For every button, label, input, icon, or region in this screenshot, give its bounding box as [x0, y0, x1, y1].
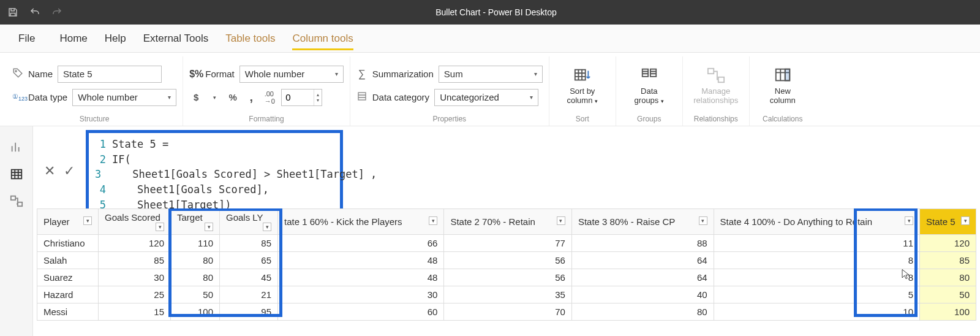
cell[interactable]: 85: [99, 252, 171, 269]
cell[interactable]: 60: [278, 304, 444, 321]
cell[interactable]: 56: [444, 252, 571, 269]
filter-icon[interactable]: ▾: [699, 216, 707, 225]
col-player[interactable]: Player▾: [37, 209, 99, 235]
redo-icon[interactable]: [51, 7, 62, 18]
col-state5[interactable]: State 5▾: [920, 209, 976, 235]
col-state2[interactable]: State 2 70% - Retain▾: [444, 209, 571, 235]
filter-icon[interactable]: ▾: [557, 216, 565, 225]
table-row[interactable]: Messi151009560708010100: [37, 304, 976, 321]
filter-icon[interactable]: ▾: [83, 216, 92, 225]
col-state3[interactable]: State 3 80% - Raise CP▾: [571, 209, 714, 235]
filter-icon[interactable]: ▾: [205, 223, 213, 231]
col-goals-scored[interactable]: Goals Scored▾: [99, 209, 171, 235]
cell[interactable]: 120: [99, 235, 171, 252]
cell[interactable]: 80: [171, 269, 220, 286]
datacategory-select[interactable]: Uncategorized▾: [434, 89, 538, 106]
datatype-select[interactable]: Whole number▾: [72, 89, 176, 106]
thousands-button[interactable]: ,: [244, 91, 258, 104]
cell[interactable]: Messi: [37, 304, 99, 321]
cell[interactable]: 64: [571, 269, 714, 286]
cell[interactable]: 85: [920, 252, 976, 269]
col-state4[interactable]: State 4 100% - Do Anything to Retain▾: [714, 209, 919, 235]
save-icon[interactable]: [7, 7, 18, 18]
percent-button[interactable]: %: [226, 91, 239, 104]
decimals-input[interactable]: [282, 90, 314, 105]
cell[interactable]: 100: [920, 304, 976, 321]
cell[interactable]: 88: [571, 235, 714, 252]
report-view-icon[interactable]: [9, 140, 24, 155]
cell[interactable]: Christiano: [37, 235, 99, 252]
data-view-icon[interactable]: [9, 167, 24, 181]
cell[interactable]: 70: [444, 304, 571, 321]
cell[interactable]: 77: [444, 235, 571, 252]
col-target[interactable]: Target▾: [171, 209, 220, 235]
col-goals-ly[interactable]: Goals LY▾: [220, 209, 278, 235]
tab-table-tools[interactable]: Table tools: [225, 28, 275, 50]
table-row[interactable]: Salah858065485664885: [37, 252, 976, 269]
cell[interactable]: 11: [714, 235, 919, 252]
table-row[interactable]: Christiano1201108566778811120: [37, 235, 976, 252]
svg-rect-5: [708, 68, 714, 73]
currency-chevron-icon[interactable]: ▾: [208, 91, 221, 104]
cell[interactable]: Hazard: [37, 286, 99, 304]
filter-icon[interactable]: ▾: [905, 216, 913, 225]
data-grid[interactable]: Player▾ Goals Scored▾ Target▾ Goals LY▾ …: [37, 208, 976, 321]
cell[interactable]: 85: [220, 235, 278, 252]
cell[interactable]: 48: [278, 252, 444, 269]
formula-cancel-button[interactable]: ✕: [44, 163, 55, 179]
currency-button[interactable]: $: [189, 91, 203, 104]
group-sort: Sort bycolumn ▾ Sort: [549, 56, 616, 126]
cell[interactable]: 50: [920, 286, 976, 304]
cell[interactable]: 30: [99, 269, 171, 286]
cell[interactable]: 15: [99, 304, 171, 321]
summarization-select[interactable]: Sum▾: [439, 66, 543, 83]
cell[interactable]: 8: [714, 269, 919, 286]
cell[interactable]: 66: [278, 235, 444, 252]
cell[interactable]: Salah: [37, 252, 99, 269]
cell[interactable]: 56: [444, 269, 571, 286]
cell[interactable]: 48: [278, 269, 444, 286]
cell[interactable]: 64: [571, 252, 714, 269]
tab-home[interactable]: Home: [59, 28, 87, 50]
formula-commit-button[interactable]: ✓: [64, 163, 75, 179]
cell[interactable]: 45: [220, 269, 278, 286]
cell[interactable]: 40: [571, 286, 714, 304]
tab-external-tools[interactable]: External Tools: [143, 28, 208, 50]
cell[interactable]: Suarez: [37, 269, 99, 286]
cell[interactable]: 50: [171, 286, 220, 304]
cell[interactable]: 110: [171, 235, 220, 252]
name-input[interactable]: State 5: [58, 66, 162, 83]
table-row[interactable]: Hazard255021303540550: [37, 286, 976, 304]
format-select[interactable]: Whole number▾: [239, 66, 344, 83]
table-row[interactable]: Suarez308045485664880: [37, 269, 976, 286]
cell[interactable]: 100: [171, 304, 220, 321]
tab-help[interactable]: Help: [105, 28, 126, 50]
cell[interactable]: 95: [220, 304, 278, 321]
undo-icon[interactable]: [29, 7, 40, 18]
filter-icon[interactable]: ▾: [429, 216, 437, 225]
cell[interactable]: 35: [444, 286, 571, 304]
cell[interactable]: 80: [171, 252, 220, 269]
col-state1[interactable]: tate 1 60% - Kick the Players▾: [278, 209, 444, 235]
filter-icon[interactable]: ▾: [156, 223, 164, 231]
sort-by-column-button[interactable]: Sort bycolumn ▾: [556, 61, 609, 111]
filter-icon[interactable]: ▾: [263, 223, 271, 231]
cell[interactable]: 8: [714, 252, 919, 269]
new-column-button[interactable]: Newcolumn: [756, 61, 810, 111]
filter-icon[interactable]: ▾: [961, 216, 970, 225]
data-groups-button[interactable]: Datagroups ▾: [622, 61, 676, 111]
tab-file[interactable]: File: [11, 30, 42, 47]
cell[interactable]: 80: [571, 304, 714, 321]
cell[interactable]: 30: [278, 286, 444, 304]
cell[interactable]: 25: [99, 286, 171, 304]
formula-editor[interactable]: 1State 5 = 2IF( 3 Sheet1[Goals Scored] >…: [86, 130, 343, 216]
decimals-stepper[interactable]: ▴▾: [281, 89, 322, 106]
cell[interactable]: 21: [220, 286, 278, 304]
model-view-icon[interactable]: [9, 194, 24, 208]
cell[interactable]: 10: [714, 304, 919, 321]
cell[interactable]: 5: [714, 286, 919, 304]
cell[interactable]: 65: [220, 252, 278, 269]
tab-column-tools[interactable]: Column tools: [292, 28, 353, 50]
cell[interactable]: 80: [920, 269, 976, 286]
cell[interactable]: 120: [920, 235, 976, 252]
